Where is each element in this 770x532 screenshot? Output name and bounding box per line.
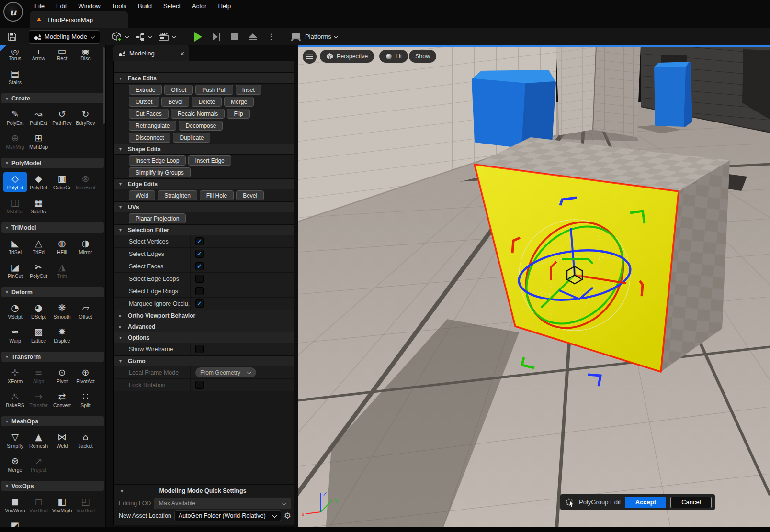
palette-item-subdiv[interactable]: ▦SubDiv — [27, 196, 50, 216]
unreal-logo-icon[interactable]: u — [3, 2, 23, 22]
button-retriangulate[interactable]: Retriangulate — [129, 121, 176, 131]
blueprints-button[interactable] — [132, 30, 155, 44]
cancel-button[interactable]: Cancel — [670, 497, 712, 508]
view-mode-selector[interactable]: Lit — [379, 50, 408, 63]
palette-section-polymodel[interactable]: ▾PolyModel — [1, 158, 104, 168]
accept-button[interactable]: Accept — [625, 497, 666, 508]
checkbox-select-edge-loops[interactable] — [195, 275, 204, 283]
button-cut-faces[interactable]: Cut Faces — [129, 109, 169, 119]
blue-cube-right[interactable] — [655, 63, 691, 126]
button-inset[interactable]: Inset — [236, 85, 261, 95]
button-flip[interactable]: Flip — [227, 109, 249, 119]
show-menu-button[interactable]: Show — [409, 50, 436, 63]
menu-file[interactable]: File — [29, 0, 50, 11]
tab-modeling[interactable]: Modeling × — [113, 45, 189, 61]
menu-window[interactable]: Window — [72, 0, 106, 11]
level-tab[interactable]: ThirdPersonMap — [30, 11, 128, 28]
button-fill-hole[interactable]: Fill Hole — [200, 190, 234, 200]
palette-section-deform[interactable]: ▾Deform — [1, 287, 104, 297]
palette-item-cubegr[interactable]: ▣CubeGr — [50, 172, 74, 192]
palette-scrollbar[interactable] — [103, 47, 105, 124]
palette-item-merge[interactable]: ⊛Merge — [3, 454, 27, 474]
button-duplicate[interactable]: Duplicate — [173, 133, 210, 143]
palette-item-bdryrev[interactable]: ↻BdryRev — [74, 108, 97, 127]
palette-item-displce[interactable]: ✸Displce — [50, 325, 74, 345]
menu-select[interactable]: Select — [158, 0, 186, 11]
palette-item-polycut[interactable]: ✂PolyCut — [27, 261, 50, 280]
button-planar-projection[interactable]: Planar Projection — [129, 213, 186, 223]
menu-edit[interactable]: Edit — [50, 0, 72, 11]
palette-item-warp[interactable]: ≈Warp — [3, 325, 27, 345]
button-merge[interactable]: Merge — [224, 97, 254, 107]
palette-item-torus[interactable]: ◎Torus — [3, 49, 27, 63]
palette-item-weld[interactable]: ⋈Weld — [50, 431, 74, 450]
palette-item-mshdup[interactable]: ⊞MshDup — [27, 132, 50, 151]
eject-button[interactable] — [245, 30, 261, 44]
button-simplify-by-groups[interactable]: Simplify by Groups — [129, 167, 191, 177]
palette-item-stairs[interactable]: ▤Stairs — [3, 67, 27, 87]
button-weld[interactable]: Weld — [129, 190, 155, 200]
menu-tools[interactable]: Tools — [106, 0, 132, 11]
palette-item-pathext[interactable]: ↝PathExt — [27, 108, 50, 127]
perspective-selector[interactable]: Perspective — [320, 50, 374, 63]
palette-item-offset[interactable]: ▱Offset — [74, 301, 97, 321]
section-uvs[interactable]: ▾UVs — [114, 201, 294, 212]
palette-item-pathrev[interactable]: ↺PathRev — [50, 108, 74, 127]
section-options[interactable]: ▾Options — [114, 332, 294, 343]
button-bevel[interactable]: Bevel — [236, 190, 264, 200]
play-button[interactable] — [190, 30, 206, 44]
button-insert-edge[interactable]: Insert Edge — [188, 155, 231, 166]
button-straighten[interactable]: Straighten — [158, 190, 197, 200]
stop-button[interactable] — [226, 30, 243, 44]
checkbox-show-wireframe[interactable] — [195, 345, 204, 353]
gear-icon[interactable]: ⚙ — [284, 511, 291, 521]
button-recalc-normals[interactable]: Recalc Normals — [171, 109, 225, 119]
section-selection-filter[interactable]: ▾Selection Filter — [114, 224, 294, 235]
palette-section-transform[interactable]: ▾Transform — [1, 352, 104, 362]
add-actor-button[interactable] — [108, 30, 132, 44]
palette-section-trimodel[interactable]: ▾TriModel — [1, 222, 104, 233]
palette-item-voxwrap[interactable]: ◼VoxWrap — [3, 495, 27, 515]
gizmo-center-cube-icon[interactable] — [567, 266, 582, 284]
button-delete[interactable]: Delete — [192, 97, 222, 107]
viewport-menu-button[interactable] — [303, 50, 317, 64]
palette-section-voxops[interactable]: ▾VoxOps — [1, 481, 104, 491]
button-decompose[interactable]: Decompose — [179, 121, 223, 131]
palette-item-polyed[interactable]: ◇PolyEd — [3, 172, 27, 192]
palette-section-meshops[interactable]: ▾MeshOps — [1, 416, 104, 426]
palette-item-jacket[interactable]: ⌂Jacket — [74, 431, 97, 450]
palette-item-voxmrph[interactable]: ◧VoxMrph — [50, 495, 74, 515]
palette-item-rect[interactable]: ▭Rect — [50, 49, 74, 63]
checkbox-select-vertices[interactable]: ✓ — [195, 237, 204, 245]
blue-cube-left[interactable] — [473, 71, 555, 147]
palette-item-pivotact[interactable]: ⊕PivotAct — [74, 366, 97, 386]
menu-actor[interactable]: Actor — [186, 0, 212, 11]
button-push-pull[interactable]: Push Pull — [195, 85, 233, 95]
viewport[interactable]: x Z Y Pers — [298, 45, 770, 532]
editor-mode-selector[interactable]: Modeling Mode — [29, 30, 100, 44]
cinematics-button[interactable] — [155, 30, 179, 44]
new-asset-location-dropdown[interactable]: AutoGen Folder (World-Relative) — [174, 510, 281, 521]
play-options-button[interactable]: ⋮ — [263, 30, 279, 44]
palette-item-pivot[interactable]: ⊙Pivot — [50, 366, 74, 386]
palette-item-tried[interactable]: △TriEd — [27, 237, 50, 256]
checkbox-select-edge-rings[interactable] — [195, 287, 204, 295]
palette-item-arrow[interactable]: ↑Arrow — [27, 49, 50, 63]
button-extrude[interactable]: Extrude — [129, 85, 162, 95]
checkbox-marquee-ignore-occlu[interactable]: ✓ — [195, 299, 204, 308]
menu-help[interactable]: Help — [212, 0, 237, 11]
palette-section-create[interactable]: ▾Create — [1, 93, 104, 103]
section-ortho-viewport-behavior[interactable]: ▸Ortho Viewport Behavior — [114, 310, 294, 321]
section-gizmo[interactable]: ▾Gizmo — [114, 355, 294, 366]
palette-item-remesh[interactable]: ▲Remesh — [27, 431, 50, 450]
menu-build[interactable]: Build — [132, 0, 158, 11]
button-offset[interactable]: Offset — [164, 85, 193, 95]
save-button[interactable] — [4, 30, 20, 44]
section-advanced[interactable]: ▸Advanced — [114, 321, 294, 332]
palette-item-polydef[interactable]: ◆PolyDef — [27, 172, 50, 192]
palette-item-trisel[interactable]: ◣TriSel — [3, 237, 27, 256]
palette-item-lattice[interactable]: ▩Lattice — [27, 325, 50, 345]
palette-item-plncut[interactable]: ◪PlnCut — [3, 261, 27, 280]
palette-item-simplfy[interactable]: ▽Simplfy — [3, 431, 27, 450]
palette-item-split[interactable]: ∷Split — [74, 390, 97, 410]
